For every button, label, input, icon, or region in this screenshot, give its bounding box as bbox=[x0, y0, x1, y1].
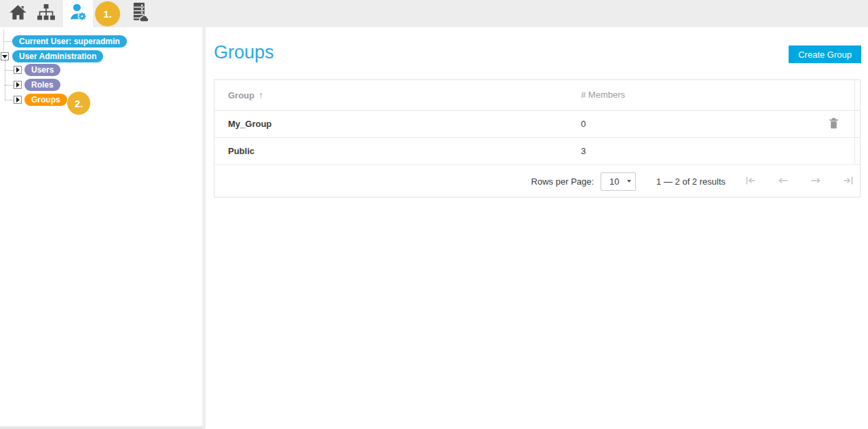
group-name-cell: My_Group bbox=[228, 119, 271, 129]
panel-divider bbox=[202, 27, 206, 429]
table-row[interactable]: Public 3 bbox=[214, 138, 860, 165]
table-row[interactable]: My_Group 0 bbox=[214, 111, 860, 138]
group-name-cell: Public bbox=[228, 146, 254, 156]
sort-ascending-icon: ↑ bbox=[259, 90, 263, 100]
user-admin-tab[interactable] bbox=[63, 0, 93, 27]
table-scroll-gutter bbox=[854, 80, 855, 165]
expand-toggle-roles[interactable] bbox=[14, 81, 22, 89]
users-label: Users bbox=[31, 65, 54, 75]
column-header-group[interactable]: Group↑ bbox=[228, 90, 263, 100]
org-chart-button[interactable] bbox=[33, 0, 60, 27]
last-page-icon bbox=[842, 174, 855, 189]
last-page-button[interactable] bbox=[841, 174, 856, 189]
groups-table: Group↑ # Members My_Group 0 Public 3 bbox=[214, 79, 861, 198]
tree-connector bbox=[5, 60, 5, 100]
top-toolbar: 1. bbox=[0, 0, 868, 27]
user-admin-icon bbox=[68, 2, 88, 25]
step-2-badge: 2. bbox=[67, 92, 90, 115]
tree-node-groups[interactable]: Groups bbox=[24, 94, 67, 106]
tree-connector bbox=[5, 100, 14, 100]
first-page-icon bbox=[744, 174, 757, 189]
triangle-right-icon bbox=[16, 82, 20, 88]
previous-page-button[interactable] bbox=[776, 174, 791, 189]
org-chart-icon bbox=[37, 3, 56, 24]
step-1-badge: 1. bbox=[95, 1, 120, 26]
tree-connector bbox=[3, 41, 12, 42]
server-icon bbox=[130, 2, 149, 25]
tree-node-roles[interactable]: Roles bbox=[24, 79, 60, 91]
expand-toggle-users[interactable] bbox=[14, 66, 22, 74]
results-count-text: 1 — 2 of 2 results bbox=[656, 176, 725, 187]
sidebar-horizontal-scrollbar[interactable] bbox=[0, 426, 202, 429]
next-page-icon bbox=[809, 174, 823, 189]
create-group-button[interactable]: Create Group bbox=[789, 45, 861, 63]
first-page-button[interactable] bbox=[743, 174, 758, 189]
table-header-row: Group↑ # Members bbox=[214, 80, 860, 111]
home-button[interactable] bbox=[4, 0, 31, 27]
caret-down-icon bbox=[627, 180, 631, 183]
current-user-label: Current User: superadmin bbox=[19, 37, 120, 46]
delete-group-button[interactable] bbox=[826, 117, 841, 132]
user-administration-label: User Administration bbox=[19, 52, 96, 61]
roles-label: Roles bbox=[31, 80, 54, 90]
sidebar-tree: Current User: superadmin User Administra… bbox=[0, 27, 202, 429]
members-count-cell: 0 bbox=[581, 119, 586, 129]
server-button[interactable] bbox=[126, 0, 153, 27]
collapse-toggle-user-administration[interactable] bbox=[1, 52, 9, 60]
groups-label: Groups bbox=[31, 95, 60, 105]
next-page-button[interactable] bbox=[808, 174, 823, 189]
members-column-label: # Members bbox=[581, 90, 625, 100]
rows-per-page-value: 10 bbox=[609, 176, 619, 187]
tree-node-users[interactable]: Users bbox=[24, 64, 60, 76]
tree-node-user-administration[interactable]: User Administration bbox=[12, 50, 103, 62]
trash-icon bbox=[829, 117, 839, 131]
group-column-label: Group bbox=[228, 90, 254, 100]
triangle-down-icon bbox=[2, 55, 7, 58]
step-2-badge-label: 2. bbox=[75, 98, 83, 109]
pagination-bar: Rows per Page: 10 1 — 2 of 2 results bbox=[214, 166, 860, 197]
previous-page-icon bbox=[776, 174, 790, 189]
page-title: Groups bbox=[214, 42, 274, 63]
members-count-cell: 3 bbox=[581, 146, 586, 156]
expand-toggle-groups[interactable] bbox=[14, 96, 22, 104]
rows-per-page-label: Rows per Page: bbox=[531, 176, 595, 187]
tree-connector bbox=[5, 85, 14, 86]
tree-connector bbox=[5, 70, 14, 71]
triangle-right-icon bbox=[16, 97, 20, 102]
home-icon bbox=[9, 3, 27, 24]
rows-per-page-select[interactable]: 10 bbox=[601, 172, 636, 191]
column-header-members[interactable]: # Members bbox=[581, 90, 625, 100]
step-1-badge-label: 1. bbox=[103, 8, 112, 20]
triangle-right-icon bbox=[16, 67, 20, 73]
tree-node-current-user[interactable]: Current User: superadmin bbox=[12, 35, 127, 48]
